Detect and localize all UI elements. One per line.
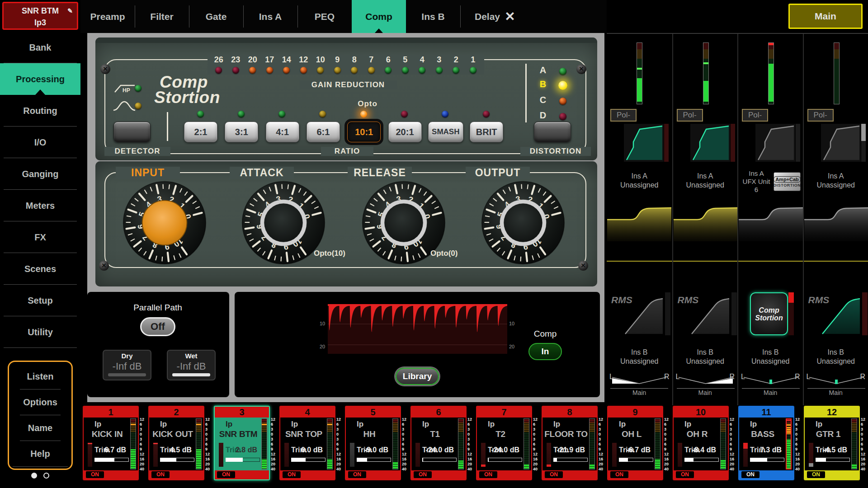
ins-b-slot[interactable]: Ins BUnassigned: [804, 348, 868, 366]
fader-position[interactable]: [226, 458, 260, 462]
ratio-button-20-1[interactable]: 20:1: [388, 122, 422, 142]
dry-level-box[interactable]: Dry -Inf dB: [103, 350, 151, 380]
tab-ins-b[interactable]: Ins B: [406, 0, 460, 33]
sidebar-item-routing[interactable]: Routing: [0, 95, 80, 127]
channel-on-badge[interactable]: ON: [151, 471, 170, 478]
gate-thumbnail[interactable]: [755, 124, 800, 162]
sidebar-item-processing[interactable]: Processing: [0, 63, 80, 95]
ratio-button-smash[interactable]: SMASH: [428, 122, 463, 142]
page-dots[interactable]: [0, 473, 80, 479]
channel-on-badge[interactable]: ON: [479, 471, 497, 478]
sidebar-item-name[interactable]: Name: [9, 415, 71, 441]
channel-on-badge[interactable]: ON: [807, 471, 825, 478]
close-icon[interactable]: ✕: [497, 0, 523, 33]
peq-thumbnail[interactable]: [674, 204, 738, 243]
pan-control[interactable]: [807, 374, 866, 388]
fader-position[interactable]: [291, 458, 326, 462]
tab-gate[interactable]: Gate: [189, 0, 243, 33]
ins-a-slot[interactable]: Ins AUnassigned: [673, 172, 738, 190]
ratio-button-6-1[interactable]: 6:1: [307, 122, 340, 142]
peq-thumbnail[interactable]: [804, 204, 868, 243]
comp-thumbnail[interactable]: [689, 292, 737, 335]
sidebar-item-options[interactable]: Options: [9, 389, 71, 415]
fader-position[interactable]: [816, 458, 850, 462]
sidebar-item-help[interactable]: Help: [9, 441, 71, 467]
wet-level-box[interactable]: Wet -Inf dB: [167, 350, 216, 380]
fader-position[interactable]: [422, 458, 457, 462]
main-bus-button[interactable]: Main: [788, 4, 863, 29]
sidebar-item-setup[interactable]: Setup: [0, 285, 80, 316]
input-knob[interactable]: 012345678910: [122, 180, 208, 266]
channel-strip-10[interactable]: 10 Ip OH R Trim -8.4 dB ON 1263036912162…: [672, 406, 737, 488]
comp-thumbnail[interactable]: CompStortion: [750, 292, 794, 335]
distortion-led-a[interactable]: [559, 68, 566, 75]
sidebar-item-listen[interactable]: Listen: [9, 364, 71, 389]
tab-preamp[interactable]: Preamp: [80, 0, 135, 33]
gate-thumbnail[interactable]: [690, 124, 735, 162]
comp-in-button[interactable]: In: [528, 343, 562, 360]
channel-strip-6[interactable]: 6 Ip T1 Trim -24.0 dB ON 126303691216204…: [410, 406, 475, 488]
edit-pencil-icon[interactable]: ✎: [67, 5, 73, 17]
sidebar-item-i-o[interactable]: I/O: [0, 127, 80, 158]
page-dot[interactable]: [43, 473, 49, 479]
peq-thumbnail[interactable]: [607, 204, 671, 243]
hp-filter-icon[interactable]: HP: [113, 83, 136, 94]
channel-on-badge[interactable]: ON: [676, 471, 694, 478]
fader-position[interactable]: [619, 458, 653, 462]
channel-on-badge[interactable]: ON: [610, 471, 628, 478]
polarity-button[interactable]: Pol-: [742, 109, 768, 122]
peq-thumbnail[interactable]: [739, 204, 803, 243]
channel-on-badge[interactable]: ON: [86, 471, 104, 478]
channel-strip-8[interactable]: 8 Ip FLOOR TO Trim -21.9 dB ON 126303691…: [541, 406, 606, 488]
ratio-button-4-1[interactable]: 4:1: [266, 122, 299, 142]
channel-on-badge[interactable]: ON: [545, 471, 563, 478]
channel-strip-1[interactable]: 1 Ip KICK IN Trim 6.7 dB ON 126303691216…: [82, 406, 147, 488]
fader-position[interactable]: [488, 458, 522, 462]
channel-strip-9[interactable]: 9 Ip OH L Trim -6.7 dB ON 12630369121620…: [606, 406, 672, 488]
fader-position[interactable]: [553, 458, 588, 462]
bandpass-filter-icon[interactable]: [113, 100, 136, 112]
ins-a-slot[interactable]: Ins AUnassigned: [607, 172, 672, 190]
channel-strip-2[interactable]: 2 Ip KICK OUT Trim 4.5 dB ON 12630369121…: [147, 406, 213, 488]
comp-thumbnail[interactable]: [623, 292, 670, 335]
channel-on-badge[interactable]: ON: [741, 471, 760, 478]
tab-peq[interactable]: PEQ: [297, 0, 352, 33]
ins-a-slot[interactable]: Ins AUFX Unit6 Amp+CabDISTORTION: [739, 169, 802, 194]
distortion-led-d[interactable]: [559, 113, 566, 120]
page-dot[interactable]: [31, 473, 37, 479]
detector-button[interactable]: [113, 122, 151, 142]
fader-position[interactable]: [160, 458, 194, 462]
channel-on-badge[interactable]: ON: [283, 471, 301, 478]
channel-strip-7[interactable]: 7 Ip T2 Trim -24.0 dB ON 126303691216204…: [475, 406, 541, 488]
distortion-button[interactable]: [534, 122, 571, 142]
ratio-button-brit[interactable]: BRIT: [470, 122, 503, 142]
distortion-led-b[interactable]: [558, 81, 567, 90]
ins-b-slot[interactable]: Ins BUnassigned: [673, 348, 738, 366]
pan-control[interactable]: [610, 374, 669, 388]
sidebar-item-scenes[interactable]: Scenes: [0, 253, 80, 285]
channel-strip-12[interactable]: 12 Ip GTR 1 Trim -4.5 dB ON 126303691216…: [803, 406, 868, 488]
ins-a-slot[interactable]: Ins AUnassigned: [804, 172, 868, 190]
parallel-path-toggle[interactable]: Off: [140, 317, 175, 336]
tab-filter[interactable]: Filter: [135, 0, 189, 33]
distortion-led-c[interactable]: [559, 98, 566, 105]
polarity-button[interactable]: Pol-: [807, 109, 834, 122]
polarity-button[interactable]: Pol-: [677, 109, 703, 122]
channel-on-badge[interactable]: ON: [217, 471, 235, 478]
gate-thumbnail[interactable]: [821, 124, 866, 162]
library-button[interactable]: Library: [396, 368, 439, 385]
channel-on-badge[interactable]: ON: [414, 471, 432, 478]
channel-on-badge[interactable]: ON: [348, 471, 366, 478]
ratio-button-10-1[interactable]: 10:1: [347, 122, 381, 142]
fader-position[interactable]: [357, 458, 391, 462]
selected-channel-badge[interactable]: SNR BTM Ip3 ✎: [2, 2, 78, 30]
sidebar-item-bank[interactable]: Bank: [0, 32, 80, 63]
tab-comp[interactable]: Comp: [352, 0, 406, 33]
pan-control[interactable]: [742, 374, 800, 388]
pan-control[interactable]: [677, 374, 735, 388]
fader-position[interactable]: [684, 458, 719, 462]
channel-strip-3[interactable]: 3 Ip SNR BTM Trim 2.8 dB ON 126303691216…: [213, 406, 278, 488]
sidebar-item-fx[interactable]: FX: [0, 221, 80, 253]
comp-thumbnail[interactable]: [820, 292, 868, 335]
ins-b-slot[interactable]: Ins BUnassigned: [738, 348, 803, 366]
